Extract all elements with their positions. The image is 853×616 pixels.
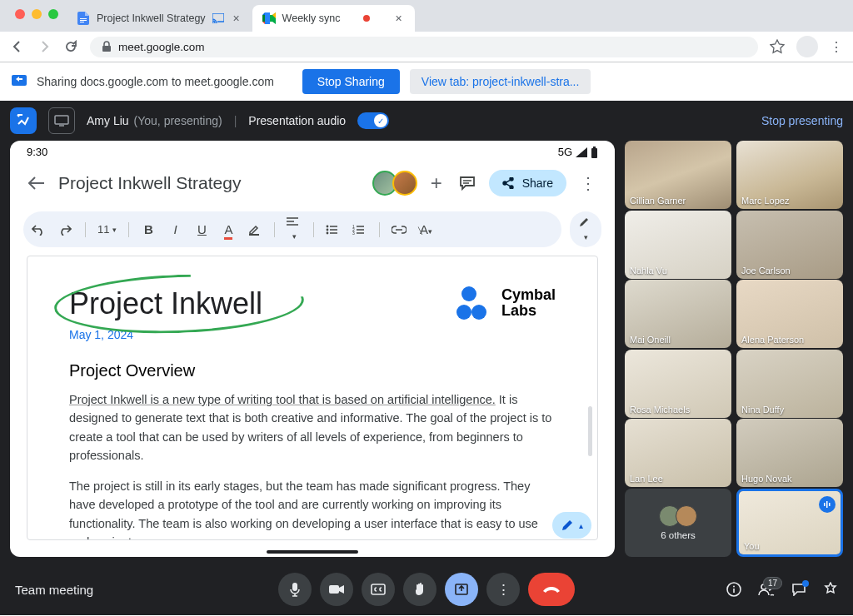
tab-meet[interactable]: Weekly sync × xyxy=(252,5,415,32)
page-header: Project Inkwell May 1, 2024 Cymbal Labs xyxy=(69,286,556,341)
numbered-list-button[interactable]: 123 xyxy=(352,225,367,235)
participant-tile[interactable]: Lan Lee xyxy=(625,419,731,487)
presenter-name: Amy Liu xyxy=(87,114,129,127)
home-indicator xyxy=(267,550,358,554)
close-tab[interactable]: × xyxy=(231,12,242,24)
url-field[interactable]: meet.google.com xyxy=(90,37,758,57)
tab-docs[interactable]: Project Inkwell Strategy × xyxy=(67,5,252,32)
presentation-audio-toggle[interactable] xyxy=(357,112,389,129)
presentation-audio-label: Presentation audio xyxy=(248,114,346,127)
underline-button[interactable]: U xyxy=(194,222,209,236)
stop-presenting-link[interactable]: Stop presenting xyxy=(761,114,843,127)
maximize-window[interactable] xyxy=(48,9,58,19)
info-button[interactable] xyxy=(726,582,741,597)
reload-button[interactable] xyxy=(63,39,78,54)
more-icon[interactable]: ⋮ xyxy=(576,170,600,196)
italic-button[interactable]: I xyxy=(167,222,182,236)
paragraph: The project is still in its early stages… xyxy=(69,477,556,540)
svg-point-12 xyxy=(510,186,513,189)
document-page[interactable]: Project Inkwell May 1, 2024 Cymbal Labs … xyxy=(27,256,598,540)
font-size-select[interactable]: 11▾ xyxy=(97,223,117,236)
doc-title[interactable]: Project Inkwell Strategy xyxy=(58,173,362,193)
svg-rect-21 xyxy=(826,501,828,508)
meeting-controls: Team meeting ⋮ 17 xyxy=(0,564,853,615)
participant-tile[interactable]: Hugo Novak xyxy=(736,419,843,487)
text-color-button[interactable]: A xyxy=(221,222,236,236)
participant-grid: Cillian Garner Marc Lopez Nahla Vu Joe C… xyxy=(625,141,843,557)
svg-text:3: 3 xyxy=(352,231,355,235)
pen-button[interactable]: ▾ xyxy=(578,216,593,242)
camera-button[interactable] xyxy=(320,573,353,606)
view-tab-button[interactable]: View tab: project-inkwell-stra... xyxy=(410,69,591,94)
close-window[interactable] xyxy=(15,9,25,19)
activities-button[interactable] xyxy=(823,582,838,597)
self-tile[interactable]: You xyxy=(736,489,843,557)
bold-button[interactable]: B xyxy=(141,222,156,236)
address-bar: meet.google.com ⋮ xyxy=(0,32,853,62)
svg-point-14 xyxy=(327,225,329,227)
presenter-role: (You, presenting) xyxy=(134,114,222,127)
undo-button[interactable] xyxy=(32,224,47,236)
scroll-indicator xyxy=(588,406,592,456)
svg-rect-7 xyxy=(55,116,68,124)
back-button[interactable] xyxy=(10,39,25,54)
present-button[interactable] xyxy=(445,573,478,606)
participant-tile[interactable]: Nina Duffy xyxy=(736,350,843,418)
svg-point-28 xyxy=(733,586,735,588)
minimize-window[interactable] xyxy=(32,9,42,19)
lock-icon xyxy=(102,41,112,52)
presenting-bar: Amy Liu (You, presenting) | Presentation… xyxy=(0,101,853,141)
control-right: 17 xyxy=(726,582,838,597)
redo-button[interactable] xyxy=(58,224,73,236)
svg-rect-1 xyxy=(80,20,87,21)
chrome-menu[interactable]: ⋮ xyxy=(830,39,843,55)
participant-tile[interactable]: Joe Carlson xyxy=(736,211,843,279)
separator xyxy=(274,222,275,237)
screen-icon[interactable] xyxy=(48,107,75,134)
participant-tile[interactable]: Nahla Vu xyxy=(625,211,731,279)
chat-unread-dot xyxy=(802,580,809,587)
window-controls xyxy=(7,9,67,19)
captions-button[interactable] xyxy=(362,573,395,606)
stop-sharing-button[interactable]: Stop Sharing xyxy=(302,69,400,94)
share-button[interactable]: Share xyxy=(489,170,566,196)
link-button[interactable] xyxy=(392,226,407,234)
bookmark-icon[interactable] xyxy=(770,39,785,54)
more-participants-tile[interactable]: 6 others xyxy=(625,489,731,557)
profile-avatar[interactable] xyxy=(796,36,818,57)
leave-call-button[interactable] xyxy=(528,573,575,606)
mic-button[interactable] xyxy=(278,573,312,606)
comment-icon[interactable] xyxy=(456,172,479,194)
cast-icon xyxy=(212,12,224,24)
align-button[interactable]: ▾ xyxy=(287,217,302,241)
highlight-button[interactable] xyxy=(247,223,262,236)
bullet-list-button[interactable] xyxy=(326,225,341,235)
back-icon[interactable] xyxy=(25,173,48,193)
chat-button[interactable] xyxy=(791,583,806,596)
close-tab[interactable]: × xyxy=(393,12,405,24)
svg-rect-23 xyxy=(292,583,297,591)
forward-button[interactable] xyxy=(37,39,52,54)
brand-text-1: Cymbal xyxy=(501,287,556,303)
tab-label: Weekly sync xyxy=(282,12,341,24)
meet-app: Amy Liu (You, presenting) | Presentation… xyxy=(0,101,853,615)
presentation-surface: 9:30 5G Project Inkwell Strategy + xyxy=(10,141,615,557)
edit-fab[interactable]: ▴ xyxy=(552,512,591,539)
speaking-indicator-icon xyxy=(819,496,836,513)
participant-tile[interactable]: Rosa Michaels xyxy=(625,350,731,418)
participant-tile[interactable]: Alena Paterson xyxy=(736,280,843,348)
participant-tile[interactable]: Marc Lopez xyxy=(736,141,843,209)
presentation-icon[interactable] xyxy=(10,107,37,134)
page-heading: Project Inkwell xyxy=(69,286,262,321)
people-button[interactable]: 17 xyxy=(758,583,775,596)
add-icon[interactable]: + xyxy=(427,168,446,198)
section-heading: Project Overview xyxy=(69,361,556,380)
participant-tile[interactable]: Mai Oneill xyxy=(625,280,731,348)
share-label: Share xyxy=(522,176,553,190)
mobile-status-bar: 9:30 5G xyxy=(10,141,615,160)
raise-hand-button[interactable] xyxy=(403,573,436,606)
clear-format-button[interactable]: A╲▾ xyxy=(418,222,433,236)
collaborators[interactable] xyxy=(372,171,417,196)
participant-tile[interactable]: Cillian Garner xyxy=(625,141,731,209)
more-options-button[interactable]: ⋮ xyxy=(486,573,520,606)
